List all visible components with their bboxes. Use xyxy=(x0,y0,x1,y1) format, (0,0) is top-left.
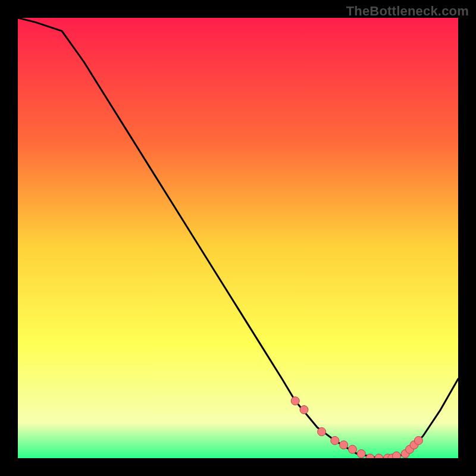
marker-point xyxy=(357,450,365,458)
marker-point xyxy=(414,436,422,444)
marker-point xyxy=(392,452,400,458)
gradient-background xyxy=(18,18,458,458)
marker-point xyxy=(291,397,299,405)
watermark-text: TheBottleneck.com xyxy=(346,4,469,19)
bottleneck-chart xyxy=(18,18,458,458)
plot-area xyxy=(18,18,458,458)
chart-frame: TheBottleneck.com xyxy=(0,0,476,476)
marker-point xyxy=(348,445,356,453)
marker-point xyxy=(331,436,339,444)
marker-point xyxy=(300,406,308,414)
marker-point xyxy=(340,441,348,449)
marker-point xyxy=(318,428,326,436)
